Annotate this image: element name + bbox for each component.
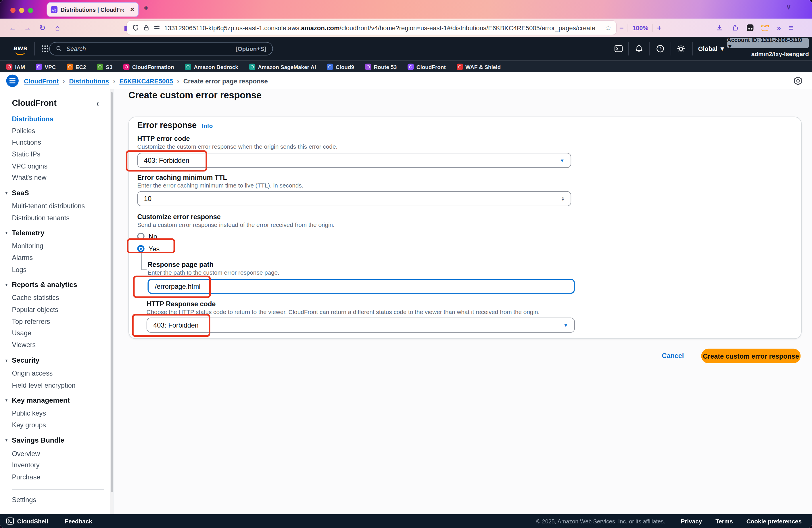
bookmark-s3[interactable]: S3: [97, 64, 112, 70]
reload-icon[interactable]: ↻: [36, 24, 48, 32]
sidebar-section-key-management[interactable]: ▼Key management: [0, 393, 114, 407]
create-custom-error-response-button[interactable]: Create custom error response: [701, 349, 800, 363]
bookmark-amazon-sagemaker-ai[interactable]: Amazon SageMaker AI: [249, 64, 316, 70]
sidebar-item-monitoring[interactable]: Monitoring: [0, 240, 114, 252]
region-selector[interactable]: Global ▼: [698, 45, 725, 52]
bookmark-label: Amazon SageMaker AI: [258, 64, 316, 70]
sidebar-item-key-groups[interactable]: Key groups: [0, 419, 114, 431]
footer-feedback[interactable]: Feedback: [65, 518, 92, 524]
window-close-button[interactable]: [10, 8, 15, 13]
services-grid-icon[interactable]: [41, 45, 48, 52]
response-page-path-label: Response page path: [147, 260, 213, 268]
back-icon[interactable]: ←: [6, 24, 19, 32]
breadcrumb-link-e6kbkc4re5005[interactable]: E6KBKC4RE5005: [119, 77, 173, 85]
help-icon[interactable]: ?: [654, 43, 666, 55]
bookmark-ec2[interactable]: EC2: [67, 64, 86, 70]
sidebar-item-origin-access[interactable]: Origin access: [0, 367, 114, 379]
notifications-bell-icon[interactable]: [633, 43, 645, 55]
sidebar-item-cache-statistics[interactable]: Cache statistics: [0, 292, 114, 304]
customize-label: Customize error response: [137, 213, 220, 221]
sidebar-section-telemetry[interactable]: ▼Telemetry: [0, 226, 114, 240]
sidebar-section-security[interactable]: ▼Security: [0, 353, 114, 367]
settings-gear-icon[interactable]: [675, 43, 687, 55]
footer-link-privacy[interactable]: Privacy: [681, 518, 702, 524]
http-response-code-select[interactable]: 403: Forbidden ▼: [147, 317, 575, 332]
breadcrumb-link-cloudfront[interactable]: CloudFront: [24, 77, 59, 85]
bookmark-waf-shield[interactable]: WAF & Shield: [457, 64, 501, 70]
bookmark-label: VPC: [45, 64, 56, 70]
account-id-badge[interactable]: Account ID: 1331-2906-5110 ▼: [727, 38, 809, 48]
info-link[interactable]: Info: [202, 123, 213, 129]
sidebar-collapse-icon[interactable]: ‹: [96, 99, 99, 108]
sidebar-item-settings[interactable]: Settings: [0, 494, 114, 505]
sidebar-item-public-keys[interactable]: Public keys: [0, 408, 114, 419]
breadcrumb-link-distributions[interactable]: Distributions: [69, 77, 109, 85]
lock-icon[interactable]: [143, 25, 149, 31]
url-bar[interactable]: 133129065110-ktp6q5zp.us-east-1.console.…: [127, 21, 616, 35]
bookmark-amazon-bedrock[interactable]: Amazon Bedrock: [185, 64, 238, 70]
sidebar-item-policies[interactable]: Policies: [0, 125, 114, 137]
tab-overflow-chevron-icon[interactable]: ∨: [786, 3, 791, 11]
zoom-level[interactable]: 100%: [632, 24, 648, 31]
ttl-input[interactable]: 10 ▲▼: [137, 191, 571, 206]
cloudshell-nav-icon[interactable]: [612, 43, 625, 55]
bookmark-cloudformation[interactable]: CloudFormation: [123, 64, 174, 70]
download-icon[interactable]: [716, 24, 724, 32]
sidebar-item-field-level-encryption[interactable]: Field-level encryption: [0, 379, 114, 391]
sidebar-item-what-s-new[interactable]: What's new: [0, 172, 114, 184]
sidebar-item-vpc-origins[interactable]: VPC origins: [0, 160, 114, 172]
sidebar-item-distribution-tenants[interactable]: Distribution tenants: [0, 212, 114, 224]
sidebar-item-purchase[interactable]: Purchase: [0, 471, 114, 483]
signed-in-user[interactable]: admin2/lxy-Isengard: [727, 51, 809, 57]
forward-icon[interactable]: →: [21, 24, 34, 32]
sidebar-item-popular-objects[interactable]: Popular objects: [0, 304, 114, 315]
zoom-in-icon[interactable]: +: [657, 24, 662, 32]
aws-logo[interactable]: aws: [14, 44, 28, 55]
sidebar-item-overview[interactable]: Overview: [0, 447, 114, 459]
sidebar-item-logs[interactable]: Logs: [0, 264, 114, 275]
sidebar-item-top-referrers[interactable]: Top referrers: [0, 315, 114, 327]
aws-extension-icon[interactable]: aws: [761, 25, 769, 31]
footer-link-cookie-preferences[interactable]: Cookie preferences: [746, 518, 802, 524]
bookmark-route-53[interactable]: Route 53: [365, 64, 397, 70]
footer-cloudshell[interactable]: CloudShell: [17, 518, 48, 524]
sidebar-section-saas[interactable]: ▼SaaS: [0, 185, 114, 200]
extension-icon[interactable]: [747, 25, 753, 31]
new-tab-button[interactable]: +: [143, 3, 149, 14]
stepper-icons[interactable]: ▲▼: [561, 196, 565, 201]
sidebar-section-reports-analytics[interactable]: ▼Reports & analytics: [0, 277, 114, 292]
sidebar-item-usage[interactable]: Usage: [0, 327, 114, 339]
cancel-button[interactable]: Cancel: [662, 352, 684, 359]
toolbar-overflow-icon[interactable]: »: [777, 24, 781, 32]
browser-tab[interactable]: ◎ Distributions | CloudFront | Glob ✕: [46, 2, 139, 17]
bookmark-star-icon[interactable]: ☆: [605, 24, 611, 32]
permissions-sliders-icon[interactable]: [153, 25, 160, 31]
bookmark-iam[interactable]: IAM: [6, 64, 25, 70]
sidebar-item-multi-tenant-distributions[interactable]: Multi-tenant distributions: [0, 200, 114, 212]
tab-close-icon[interactable]: ✕: [130, 6, 135, 13]
side-nav-toggle-icon[interactable]: [6, 74, 19, 87]
home-icon[interactable]: ⌂: [51, 23, 63, 32]
sidebar-scrollbar-thumb[interactable]: [111, 92, 113, 493]
sidebar-item-alarms[interactable]: Alarms: [0, 252, 114, 264]
sidebar-item-functions[interactable]: Functions: [0, 137, 114, 148]
url-text[interactable]: 133129065110-ktp6q5zp.us-east-1.console.…: [164, 24, 601, 31]
sidebar-item-static-ips[interactable]: Static IPs: [0, 148, 114, 160]
bookmark-cloud9[interactable]: Cloud9: [327, 64, 354, 70]
search-input[interactable]: Search [Option+S]: [49, 42, 273, 56]
sidebar-item-inventory[interactable]: Inventory: [0, 459, 114, 471]
bookmark-vpc[interactable]: VPC: [36, 64, 56, 70]
zoom-out-icon[interactable]: −: [620, 24, 624, 32]
tracking-shield-icon[interactable]: [132, 24, 139, 31]
sidebar-item-viewers[interactable]: Viewers: [0, 339, 114, 351]
sidebar-section-savings-bundle[interactable]: ▼Savings Bundle: [0, 433, 114, 447]
response-page-path-input[interactable]: /errorpage.html: [147, 279, 575, 294]
addon-thumb-icon[interactable]: [731, 24, 739, 32]
menu-hamburger-icon[interactable]: ≡: [789, 23, 794, 32]
window-zoom-button[interactable]: [28, 8, 33, 13]
sidebar-item-distributions[interactable]: Distributions: [0, 113, 114, 125]
notifications-hexagon-icon[interactable]: [793, 76, 802, 85]
bookmark-cloudfront[interactable]: CloudFront: [408, 64, 446, 70]
window-minimize-button[interactable]: [19, 8, 25, 13]
footer-link-terms[interactable]: Terms: [715, 518, 733, 524]
